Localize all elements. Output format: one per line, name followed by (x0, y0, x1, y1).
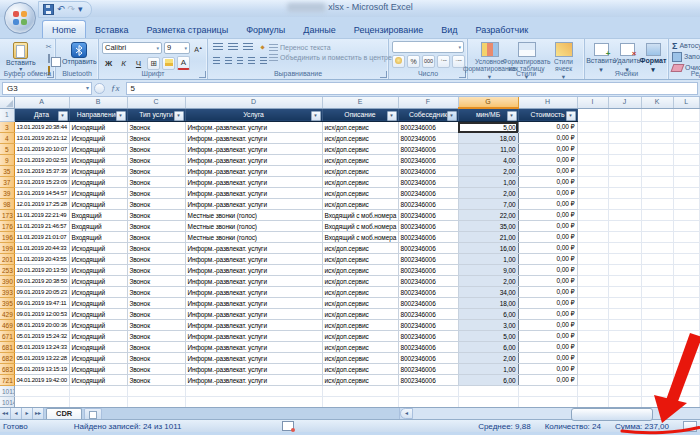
cell[interactable] (641, 331, 673, 342)
cell[interactable] (673, 265, 700, 276)
cell[interactable] (608, 199, 641, 210)
cell[interactable]: исх/доп.сервис (322, 265, 398, 276)
cell[interactable] (673, 364, 700, 375)
accounting-format-button[interactable] (392, 55, 405, 68)
row-header[interactable]: 39 (0, 188, 14, 199)
cell[interactable]: Информ.-развлекат. услуги (185, 265, 322, 276)
cell[interactable]: Звонок (127, 265, 185, 276)
grow-font-button[interactable]: А▲ (192, 41, 205, 54)
cell[interactable] (641, 320, 673, 331)
cell[interactable] (673, 177, 700, 188)
cell[interactable] (608, 309, 641, 320)
cell[interactable]: Информ.-развлекат. услуги (185, 177, 322, 188)
cell[interactable]: Исходящий (69, 188, 127, 199)
cell[interactable]: Звонок (127, 375, 185, 386)
dialog-launcher-icon[interactable] (47, 71, 54, 78)
cell[interactable]: Местные звонки (голос) (185, 210, 322, 221)
cell[interactable] (398, 397, 458, 408)
cell[interactable] (608, 122, 641, 133)
cell[interactable]: Исходящий (69, 309, 127, 320)
cell[interactable]: 05.01.2019 15:24:32 (14, 331, 69, 342)
cell[interactable]: 8002346006 (398, 188, 458, 199)
column-header-E[interactable]: E (322, 97, 398, 108)
tab-home[interactable]: Home (42, 20, 86, 38)
row-header[interactable]: 681 (0, 342, 14, 353)
cell[interactable]: 0,00 ₽ (518, 166, 577, 177)
last-sheet-button[interactable]: ▸▸ (33, 408, 44, 419)
cell[interactable]: 0,00 ₽ (518, 331, 577, 342)
cell[interactable] (577, 320, 608, 331)
cell[interactable]: Звонок (127, 221, 185, 232)
cell[interactable] (673, 133, 700, 144)
first-sheet-button[interactable]: ◂◂ (0, 408, 11, 419)
prev-sheet-button[interactable]: ◂ (11, 408, 22, 419)
increase-decimal-button[interactable]: ⁺⁰⁰ (437, 55, 450, 68)
cell[interactable] (608, 210, 641, 221)
cell[interactable]: Исходящий (69, 342, 127, 353)
cell[interactable]: исх/доп.сервис (322, 353, 398, 364)
cell[interactable]: Звонок (127, 353, 185, 364)
cut-button[interactable]: ✂ (41, 41, 57, 52)
autosum-button[interactable]: ΣАвтосумма▾ (672, 41, 700, 51)
cell[interactable] (577, 364, 608, 375)
row-header[interactable]: 429 (0, 309, 14, 320)
cell[interactable] (673, 122, 700, 133)
header-cell-date[interactable]: Дата▼ (14, 108, 69, 122)
sheet-tab-cdr[interactable]: CDR (46, 408, 82, 419)
cell[interactable] (673, 353, 700, 364)
cell[interactable] (322, 397, 398, 408)
undo-button[interactable]: ↶ (57, 3, 65, 16)
cell[interactable]: исх/доп.сервис (322, 243, 398, 254)
cell[interactable] (673, 144, 700, 155)
cell[interactable]: 9,00 (458, 265, 518, 276)
cell[interactable]: Звонок (127, 320, 185, 331)
row-header[interactable]: 1 (0, 108, 14, 122)
cell[interactable] (673, 166, 700, 177)
tab-data[interactable]: Данные (294, 21, 345, 38)
fx-icon[interactable]: ƒx (107, 83, 124, 93)
horizontal-scrollbar[interactable]: ◂ (399, 408, 700, 419)
cell[interactable]: 8002346006 (398, 166, 458, 177)
cell[interactable]: 09.01.2019 20:05:23 (14, 287, 69, 298)
cell[interactable] (641, 364, 673, 375)
row-header[interactable]: 683 (0, 364, 14, 375)
cell[interactable]: исх/доп.сервис (322, 144, 398, 155)
cell[interactable]: 8002346006 (398, 210, 458, 221)
cell[interactable]: Исходящий (69, 331, 127, 342)
cell[interactable]: 10.01.2019 20:13:50 (14, 265, 69, 276)
cell[interactable] (577, 397, 608, 408)
cell[interactable]: Исходящий (69, 155, 127, 166)
cell[interactable] (577, 342, 608, 353)
cell[interactable]: 8002346006 (398, 265, 458, 276)
cell[interactable]: Информ.-развлекат. услуги (185, 243, 322, 254)
cell[interactable]: 0,00 ₽ (518, 298, 577, 309)
font-color-button[interactable]: А (177, 56, 190, 70)
cell[interactable]: 8002346006 (398, 331, 458, 342)
cell[interactable]: 5,00 (458, 331, 518, 342)
cell[interactable]: 09.01.2019 20:38:50 (14, 276, 69, 287)
cell[interactable] (608, 232, 641, 243)
cell[interactable] (518, 386, 577, 397)
cell[interactable]: 0,00 ₽ (518, 210, 577, 221)
cell[interactable] (641, 155, 673, 166)
filter-button-applied[interactable]: ▼ (447, 111, 457, 121)
cell[interactable] (14, 386, 69, 397)
cell[interactable]: Звонок (127, 331, 185, 342)
cell[interactable] (577, 144, 608, 155)
cell[interactable]: 18,00 (458, 298, 518, 309)
row-header[interactable]: 176 (0, 221, 14, 232)
cell[interactable]: 1,00 (458, 364, 518, 375)
cell[interactable]: 13.01.2019 20:21:12 (14, 133, 69, 144)
cell[interactable]: Звонок (127, 232, 185, 243)
cell[interactable]: 12.01.2019 17:25:28 (14, 199, 69, 210)
cell[interactable]: исх/доп.сервис (322, 342, 398, 353)
cell[interactable]: Информ.-развлекат. услуги (185, 320, 322, 331)
filter-button[interactable]: ▼ (387, 111, 397, 121)
cell[interactable] (608, 342, 641, 353)
cell[interactable] (641, 199, 673, 210)
cell[interactable] (641, 265, 673, 276)
cell[interactable] (577, 188, 608, 199)
cell[interactable]: исх/доп.сервис (322, 122, 398, 133)
cell[interactable] (577, 386, 608, 397)
cell[interactable] (608, 133, 641, 144)
